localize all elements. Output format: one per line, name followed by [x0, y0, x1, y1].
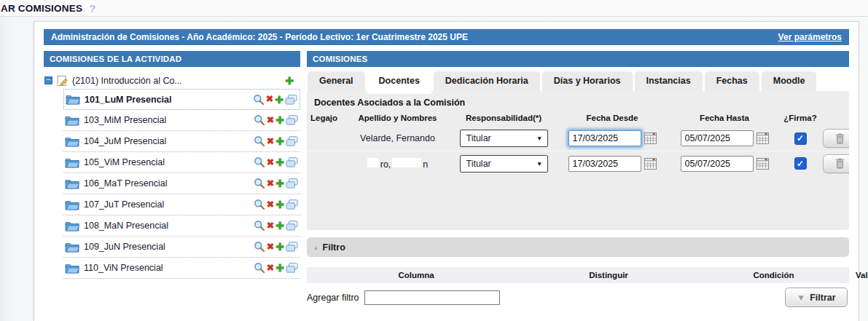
agregar-filtro-input[interactable] [364, 290, 500, 305]
view-icon[interactable] [254, 114, 265, 126]
tree-item-comision[interactable]: 108_MaN Presencial ✖ ✚ [63, 215, 300, 237]
comisiones-tree: − (2101) Introducción al Co... ✚ 101_LuM… [44, 67, 300, 279]
add-comision-icon[interactable]: ✚ [285, 76, 294, 86]
cell-actions [823, 151, 849, 175]
calendar-icon[interactable] [756, 158, 769, 170]
delete-icon[interactable]: ✖ [267, 158, 274, 167]
filter-add-row: Agregar filtro ▼ Filtrar [307, 288, 849, 307]
tab-docentes[interactable]: Docentes [367, 71, 431, 94]
tree-root-activity[interactable]: − (2101) Introducción al Co... ✚ [44, 72, 300, 89]
fecha-hasta-input[interactable] [681, 130, 754, 146]
view-icon[interactable] [254, 220, 265, 231]
fecha-desde-input[interactable] [568, 156, 641, 172]
copy-icon[interactable] [286, 263, 298, 273]
date-field [568, 130, 657, 146]
add-icon[interactable]: ✚ [275, 178, 284, 189]
copy-icon[interactable] [286, 242, 298, 252]
cell-firma: ✓ [778, 126, 823, 151]
tab-bar: General Docentes Dedicación Horaria Días… [307, 71, 849, 91]
tree-item-comision[interactable]: 107_JuT Presencial ✖ ✚ [63, 194, 300, 215]
tree-item-comision[interactable]: 105_ViM Presencial ✖ ✚ [63, 152, 300, 173]
delete-docente-button[interactable] [823, 129, 849, 148]
delete-icon[interactable]: ✖ [267, 200, 274, 210]
col-header-actions [823, 118, 849, 122]
view-icon[interactable] [254, 262, 265, 274]
col-header-fecha-hasta: Fecha Hasta [671, 114, 778, 126]
firma-checkbox[interactable]: ✓ [794, 157, 807, 170]
tab-fechas[interactable]: Fechas [705, 71, 759, 91]
add-icon[interactable]: ✚ [275, 263, 284, 273]
delete-icon[interactable]: ✖ [267, 179, 274, 189]
view-icon[interactable] [254, 178, 265, 189]
view-icon[interactable] [254, 135, 265, 147]
tree-item-comision[interactable]: 104_JuM Presencial ✖ ✚ [63, 131, 300, 152]
tab-dedicacion-horaria[interactable]: Dedicación Horaria [434, 71, 540, 91]
responsabilidad-select[interactable]: Titular ▼ [460, 155, 548, 173]
tree-item-comision[interactable]: 101_LuM Presencial ✖ ✚ [63, 89, 300, 110]
folder-icon [65, 178, 79, 189]
col-header-apellido: Apellido y Nombres [341, 114, 454, 126]
view-icon[interactable] [254, 199, 265, 210]
tab-instancias[interactable]: Instancias [635, 71, 703, 91]
tree-item-comision[interactable]: 106_MaT Presencial ✖ ✚ [63, 173, 300, 194]
tree-item-actions: ✖ ✚ [254, 262, 298, 274]
edit-activity-icon[interactable] [56, 75, 69, 87]
copy-icon[interactable] [286, 221, 298, 231]
add-icon[interactable]: ✚ [275, 115, 284, 125]
tree-item-label: 106_MaT Presencial [84, 178, 167, 189]
view-icon[interactable] [254, 156, 265, 168]
delete-icon[interactable]: ✖ [267, 221, 274, 231]
tab-moodle[interactable]: Moodle [762, 71, 817, 91]
copy-icon[interactable] [286, 157, 298, 167]
copy-icon[interactable] [286, 115, 298, 125]
add-icon[interactable]: ✚ [275, 136, 284, 146]
tree-item-comision[interactable]: 110_ViN Presencial ✖ ✚ [63, 258, 300, 279]
calendar-icon[interactable] [756, 132, 769, 144]
folder-icon [65, 115, 79, 126]
calendar-icon[interactable] [644, 158, 657, 170]
cell-fecha-hasta [671, 126, 778, 151]
add-icon[interactable]: ✚ [275, 199, 284, 210]
help-icon[interactable]: ? [89, 2, 95, 15]
delete-icon[interactable]: ✖ [266, 95, 273, 104]
responsabilidad-select[interactable]: Titular ▼ [460, 130, 548, 147]
view-icon[interactable] [253, 94, 265, 106]
col-header-firma: ¿Firma? [778, 114, 823, 126]
copy-icon[interactable] [286, 136, 298, 146]
add-icon[interactable]: ✚ [275, 157, 284, 167]
copy-icon[interactable] [286, 178, 298, 189]
tree-item-comision[interactable]: 109_JuN Presencial ✖ ✚ [63, 237, 300, 258]
filtro-collapsible-header[interactable]: ▴ Filtro [307, 237, 849, 257]
filtrar-button[interactable]: ▼ Filtrar [785, 288, 848, 307]
tree-item-label: 103_MiM Presencial [84, 115, 166, 125]
tree-item-comision[interactable]: 103_MiM Presencial ✖ ✚ [63, 110, 300, 131]
delete-docente-button[interactable] [823, 154, 849, 173]
cell-legajo [307, 126, 341, 151]
collapse-toggle-icon[interactable]: − [44, 76, 52, 84]
filter-col-distinguir: Distinguir [525, 271, 692, 280]
cell-fecha-desde [553, 126, 671, 151]
delete-icon[interactable]: ✖ [267, 263, 274, 273]
chevron-down-icon: ▼ [536, 160, 542, 167]
add-icon[interactable]: ✚ [275, 95, 284, 105]
add-icon[interactable]: ✚ [275, 221, 284, 231]
firma-checkbox[interactable]: ✓ [794, 132, 807, 145]
add-icon[interactable]: ✚ [275, 242, 284, 252]
tree-root-label: (2101) Introducción al Co... [72, 76, 182, 86]
tab-dias-y-horarios[interactable]: Días y Horarios [542, 71, 633, 91]
delete-icon[interactable]: ✖ [267, 116, 274, 125]
delete-icon[interactable]: ✖ [267, 137, 274, 146]
ver-parametros-link[interactable]: Ver parámetros [778, 32, 842, 42]
chevron-down-icon: ▼ [536, 135, 542, 142]
view-icon[interactable] [254, 241, 265, 253]
folder-icon [65, 263, 79, 274]
tab-general[interactable]: General [308, 71, 365, 91]
fecha-hasta-input[interactable] [681, 156, 754, 172]
copy-icon[interactable] [286, 199, 298, 210]
calendar-icon[interactable] [644, 132, 657, 144]
delete-icon[interactable]: ✖ [267, 242, 274, 252]
fecha-desde-input[interactable] [568, 130, 641, 146]
tree-item-label: 101_LuM Presencial [85, 95, 172, 105]
copy-icon[interactable] [285, 95, 297, 105]
name-fragment: ro, [380, 159, 391, 170]
